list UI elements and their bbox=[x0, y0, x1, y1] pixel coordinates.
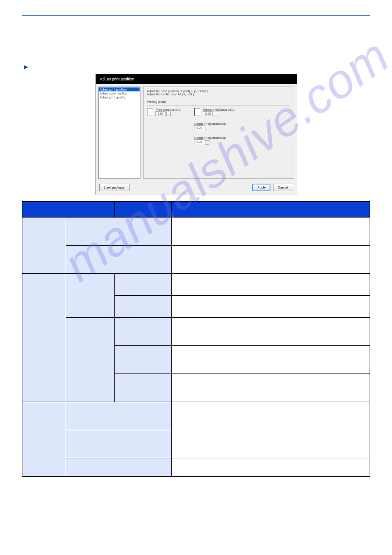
field-label: Center line(Cassette3): bbox=[194, 136, 234, 139]
spinner-icon[interactable] bbox=[166, 112, 171, 116]
group-label: Printing (inch) bbox=[147, 100, 290, 103]
table-cell bbox=[172, 430, 370, 458]
table-cell bbox=[172, 402, 370, 430]
spinner-icon[interactable] bbox=[205, 140, 209, 145]
table-cell bbox=[172, 374, 370, 402]
sidebar-item-selected[interactable]: Adjust print position bbox=[99, 87, 140, 91]
table-cell bbox=[66, 318, 115, 402]
table-cell bbox=[172, 246, 370, 274]
table-cell bbox=[66, 458, 172, 477]
spinner-icon[interactable] bbox=[205, 126, 209, 130]
instructions-line: Adjust the start position of print( +up,… bbox=[147, 90, 290, 93]
spinner-icon[interactable] bbox=[214, 112, 218, 116]
dialog-titlebar: Adjust print position bbox=[96, 74, 297, 84]
arrow-row bbox=[24, 64, 370, 69]
center-line-input-1[interactable]: 0.00 bbox=[203, 111, 213, 116]
apply-button[interactable]: Apply bbox=[252, 184, 270, 191]
cancel-button[interactable]: Cancel bbox=[273, 184, 293, 191]
table-cell bbox=[172, 274, 370, 296]
table-cell bbox=[22, 218, 66, 274]
field-label: Center line(Cassette1): bbox=[203, 108, 234, 111]
table-header bbox=[22, 202, 115, 218]
table-cell bbox=[115, 318, 172, 346]
table-header bbox=[115, 202, 172, 218]
table-cell bbox=[172, 458, 370, 477]
table-cell bbox=[172, 218, 370, 246]
table-cell bbox=[172, 346, 370, 374]
table-cell bbox=[66, 402, 172, 430]
dialog-title: Adjust print position bbox=[100, 77, 135, 81]
table-cell bbox=[66, 430, 172, 458]
table-cell bbox=[66, 246, 172, 274]
settings-table bbox=[22, 201, 370, 477]
table-cell bbox=[22, 274, 66, 402]
left-column: Print start position: 0.07 bbox=[147, 108, 181, 150]
dialog-content: Adjust the start position of print( +up,… bbox=[143, 87, 294, 179]
table-cell bbox=[172, 296, 370, 318]
table-cell bbox=[22, 402, 66, 477]
sidebar-item[interactable]: Adjust print quality bbox=[99, 95, 140, 99]
table-cell bbox=[115, 374, 172, 402]
page-icon bbox=[194, 108, 200, 116]
header-divider bbox=[22, 15, 370, 16]
dialog-sidebar[interactable]: Adjust print position Adjust scan positi… bbox=[98, 87, 140, 179]
center-line-input-2[interactable]: 0.00 bbox=[194, 125, 204, 130]
table-header bbox=[172, 202, 370, 218]
table-cell bbox=[115, 346, 172, 374]
right-column: Center line(Cassette1): 0.00 Center line… bbox=[194, 108, 234, 150]
center-line-input-3[interactable]: 0.00 bbox=[194, 139, 204, 144]
table-cell bbox=[66, 218, 172, 246]
table-cell bbox=[172, 318, 370, 346]
table-cell bbox=[115, 296, 172, 318]
instructions-line: Adjust the center line( +right, -left ). bbox=[147, 93, 290, 96]
field-label: Print start position: bbox=[155, 108, 181, 111]
sidebar-item[interactable]: Adjust scan position bbox=[99, 91, 140, 95]
page-icon bbox=[147, 108, 153, 116]
field-label: Center line(Cassette2): bbox=[194, 122, 234, 125]
dialog-screenshot: Adjust print position Adjust print posit… bbox=[95, 74, 297, 195]
print-start-input[interactable]: 0.07 bbox=[155, 111, 165, 116]
load-package-button[interactable]: Load package bbox=[99, 184, 129, 191]
arrow-right-icon bbox=[24, 65, 28, 69]
table-cell bbox=[66, 274, 115, 318]
table-cell bbox=[115, 274, 172, 296]
